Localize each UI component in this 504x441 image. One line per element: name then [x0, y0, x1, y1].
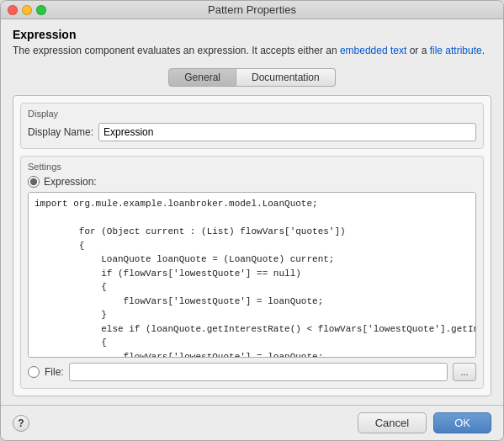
desc-end: .	[482, 45, 485, 56]
tabs-bar: General Documentation	[13, 68, 491, 87]
cancel-button[interactable]: Cancel	[358, 412, 427, 433]
title-bar: Pattern Properties	[1, 1, 503, 19]
expression-code-editor[interactable]: import org.mule.example.loanbroker.model…	[28, 192, 476, 358]
expression-radio-label: Expression:	[44, 176, 97, 188]
header-section: Expression The expression component eval…	[13, 28, 491, 58]
tab-general[interactable]: General	[168, 68, 236, 87]
desc-text-1: The expression component evaluates an ex…	[13, 45, 337, 56]
help-button[interactable]: ?	[13, 415, 29, 432]
display-name-label: Display Name:	[28, 126, 93, 138]
display-group-title: Display	[28, 109, 476, 119]
section-description: The expression component evaluates an ex…	[13, 43, 491, 58]
expression-radio-row: Expression:	[28, 176, 476, 188]
bottom-bar: ? Cancel OK	[1, 405, 503, 440]
display-group: Display Display Name:	[20, 103, 484, 149]
ok-button[interactable]: OK	[433, 412, 491, 433]
display-name-row: Display Name:	[28, 123, 476, 141]
minimize-button[interactable]	[22, 5, 32, 15]
settings-group: Settings Expression: import org.mule.exa…	[20, 156, 484, 389]
file-path-input[interactable]	[69, 363, 448, 381]
expression-radio[interactable]	[28, 176, 40, 188]
general-panel: Display Display Name: Settings Expressio…	[13, 95, 491, 396]
file-row: File: ...	[28, 363, 476, 381]
file-label: File:	[45, 366, 64, 378]
window-title: Pattern Properties	[1, 3, 503, 16]
display-name-input[interactable]	[98, 123, 476, 141]
section-title: Expression	[13, 28, 491, 41]
traffic-lights	[8, 5, 46, 15]
window: Pattern Properties Expression The expres…	[0, 0, 504, 441]
settings-group-title: Settings	[28, 162, 476, 172]
maximize-button[interactable]	[36, 5, 46, 15]
file-radio[interactable]	[28, 366, 40, 378]
browse-button[interactable]: ...	[453, 363, 476, 381]
action-buttons: Cancel OK	[358, 412, 491, 433]
main-content: Expression The expression component eval…	[1, 19, 503, 405]
desc-link-file[interactable]: file attribute	[430, 45, 482, 56]
desc-text-2: or a	[410, 45, 427, 56]
close-button[interactable]	[8, 5, 18, 15]
desc-link-embedded[interactable]: embedded text	[340, 45, 406, 56]
tab-documentation[interactable]: Documentation	[236, 68, 336, 87]
